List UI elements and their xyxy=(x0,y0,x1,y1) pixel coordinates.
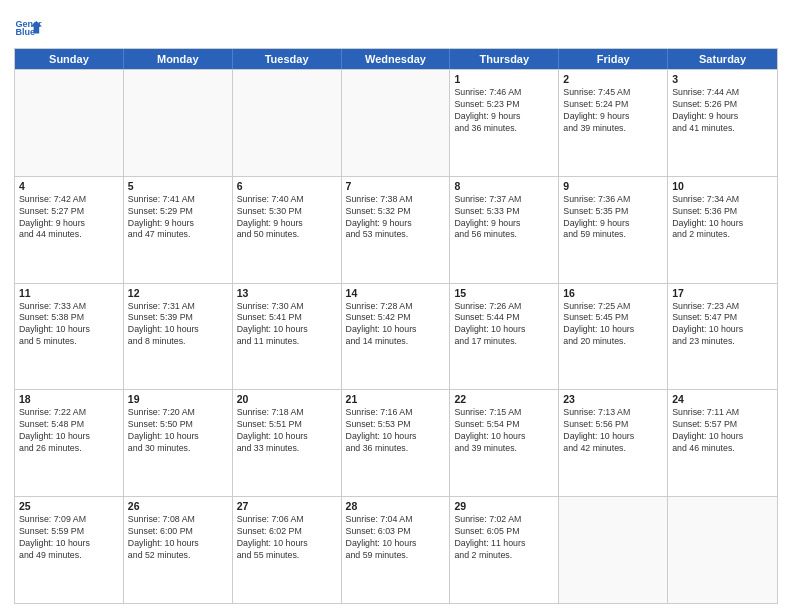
cal-cell xyxy=(124,70,233,176)
day-header-saturday: Saturday xyxy=(668,49,777,69)
cal-cell: 22Sunrise: 7:15 AMSunset: 5:54 PMDayligh… xyxy=(450,390,559,496)
cal-cell: 29Sunrise: 7:02 AMSunset: 6:05 PMDayligh… xyxy=(450,497,559,603)
cal-cell xyxy=(15,70,124,176)
day-number: 17 xyxy=(672,287,773,299)
logo: General Blue xyxy=(14,14,46,42)
cal-cell: 13Sunrise: 7:30 AMSunset: 5:41 PMDayligh… xyxy=(233,284,342,390)
calendar-row-1: 1Sunrise: 7:46 AMSunset: 5:23 PMDaylight… xyxy=(15,69,777,176)
calendar-row-2: 4Sunrise: 7:42 AMSunset: 5:27 PMDaylight… xyxy=(15,176,777,283)
cell-info: Sunrise: 7:20 AMSunset: 5:50 PMDaylight:… xyxy=(128,407,228,455)
cal-cell: 14Sunrise: 7:28 AMSunset: 5:42 PMDayligh… xyxy=(342,284,451,390)
calendar-row-3: 11Sunrise: 7:33 AMSunset: 5:38 PMDayligh… xyxy=(15,283,777,390)
cal-cell: 27Sunrise: 7:06 AMSunset: 6:02 PMDayligh… xyxy=(233,497,342,603)
cell-info: Sunrise: 7:45 AMSunset: 5:24 PMDaylight:… xyxy=(563,87,663,135)
calendar: SundayMondayTuesdayWednesdayThursdayFrid… xyxy=(14,48,778,604)
cal-cell: 16Sunrise: 7:25 AMSunset: 5:45 PMDayligh… xyxy=(559,284,668,390)
cal-cell xyxy=(668,497,777,603)
day-number: 3 xyxy=(672,73,773,85)
cal-cell: 26Sunrise: 7:08 AMSunset: 6:00 PMDayligh… xyxy=(124,497,233,603)
cell-info: Sunrise: 7:46 AMSunset: 5:23 PMDaylight:… xyxy=(454,87,554,135)
cell-info: Sunrise: 7:26 AMSunset: 5:44 PMDaylight:… xyxy=(454,301,554,349)
cell-info: Sunrise: 7:15 AMSunset: 5:54 PMDaylight:… xyxy=(454,407,554,455)
day-header-monday: Monday xyxy=(124,49,233,69)
day-number: 23 xyxy=(563,393,663,405)
day-number: 24 xyxy=(672,393,773,405)
day-number: 9 xyxy=(563,180,663,192)
cal-cell: 7Sunrise: 7:38 AMSunset: 5:32 PMDaylight… xyxy=(342,177,451,283)
cal-cell: 4Sunrise: 7:42 AMSunset: 5:27 PMDaylight… xyxy=(15,177,124,283)
day-number: 28 xyxy=(346,500,446,512)
cal-cell: 20Sunrise: 7:18 AMSunset: 5:51 PMDayligh… xyxy=(233,390,342,496)
cell-info: Sunrise: 7:37 AMSunset: 5:33 PMDaylight:… xyxy=(454,194,554,242)
day-number: 13 xyxy=(237,287,337,299)
cal-cell: 25Sunrise: 7:09 AMSunset: 5:59 PMDayligh… xyxy=(15,497,124,603)
cell-info: Sunrise: 7:18 AMSunset: 5:51 PMDaylight:… xyxy=(237,407,337,455)
day-number: 4 xyxy=(19,180,119,192)
cal-cell xyxy=(559,497,668,603)
logo-icon: General Blue xyxy=(14,14,42,42)
cell-info: Sunrise: 7:11 AMSunset: 5:57 PMDaylight:… xyxy=(672,407,773,455)
calendar-header: SundayMondayTuesdayWednesdayThursdayFrid… xyxy=(15,49,777,69)
day-number: 1 xyxy=(454,73,554,85)
cell-info: Sunrise: 7:41 AMSunset: 5:29 PMDaylight:… xyxy=(128,194,228,242)
cal-cell: 3Sunrise: 7:44 AMSunset: 5:26 PMDaylight… xyxy=(668,70,777,176)
cal-cell xyxy=(233,70,342,176)
cell-info: Sunrise: 7:16 AMSunset: 5:53 PMDaylight:… xyxy=(346,407,446,455)
cal-cell: 11Sunrise: 7:33 AMSunset: 5:38 PMDayligh… xyxy=(15,284,124,390)
cal-cell: 6Sunrise: 7:40 AMSunset: 5:30 PMDaylight… xyxy=(233,177,342,283)
day-number: 7 xyxy=(346,180,446,192)
cell-info: Sunrise: 7:34 AMSunset: 5:36 PMDaylight:… xyxy=(672,194,773,242)
cal-cell: 8Sunrise: 7:37 AMSunset: 5:33 PMDaylight… xyxy=(450,177,559,283)
cell-info: Sunrise: 7:38 AMSunset: 5:32 PMDaylight:… xyxy=(346,194,446,242)
calendar-body: 1Sunrise: 7:46 AMSunset: 5:23 PMDaylight… xyxy=(15,69,777,603)
day-number: 21 xyxy=(346,393,446,405)
cell-info: Sunrise: 7:13 AMSunset: 5:56 PMDaylight:… xyxy=(563,407,663,455)
day-number: 19 xyxy=(128,393,228,405)
day-header-wednesday: Wednesday xyxy=(342,49,451,69)
day-number: 8 xyxy=(454,180,554,192)
cal-cell: 17Sunrise: 7:23 AMSunset: 5:47 PMDayligh… xyxy=(668,284,777,390)
day-header-sunday: Sunday xyxy=(15,49,124,69)
day-header-tuesday: Tuesday xyxy=(233,49,342,69)
cell-info: Sunrise: 7:06 AMSunset: 6:02 PMDaylight:… xyxy=(237,514,337,562)
cell-info: Sunrise: 7:44 AMSunset: 5:26 PMDaylight:… xyxy=(672,87,773,135)
cell-info: Sunrise: 7:30 AMSunset: 5:41 PMDaylight:… xyxy=(237,301,337,349)
cell-info: Sunrise: 7:25 AMSunset: 5:45 PMDaylight:… xyxy=(563,301,663,349)
cal-cell: 21Sunrise: 7:16 AMSunset: 5:53 PMDayligh… xyxy=(342,390,451,496)
day-number: 12 xyxy=(128,287,228,299)
day-number: 29 xyxy=(454,500,554,512)
day-number: 16 xyxy=(563,287,663,299)
cell-info: Sunrise: 7:28 AMSunset: 5:42 PMDaylight:… xyxy=(346,301,446,349)
cell-info: Sunrise: 7:08 AMSunset: 6:00 PMDaylight:… xyxy=(128,514,228,562)
cell-info: Sunrise: 7:22 AMSunset: 5:48 PMDaylight:… xyxy=(19,407,119,455)
cell-info: Sunrise: 7:31 AMSunset: 5:39 PMDaylight:… xyxy=(128,301,228,349)
cell-info: Sunrise: 7:42 AMSunset: 5:27 PMDaylight:… xyxy=(19,194,119,242)
day-number: 27 xyxy=(237,500,337,512)
cal-cell: 19Sunrise: 7:20 AMSunset: 5:50 PMDayligh… xyxy=(124,390,233,496)
cal-cell: 5Sunrise: 7:41 AMSunset: 5:29 PMDaylight… xyxy=(124,177,233,283)
day-number: 20 xyxy=(237,393,337,405)
svg-text:Blue: Blue xyxy=(15,27,35,37)
cell-info: Sunrise: 7:09 AMSunset: 5:59 PMDaylight:… xyxy=(19,514,119,562)
page: General Blue SundayMondayTuesdayWednesda… xyxy=(0,0,792,612)
day-header-thursday: Thursday xyxy=(450,49,559,69)
cell-info: Sunrise: 7:04 AMSunset: 6:03 PMDaylight:… xyxy=(346,514,446,562)
cal-cell: 15Sunrise: 7:26 AMSunset: 5:44 PMDayligh… xyxy=(450,284,559,390)
day-number: 10 xyxy=(672,180,773,192)
header: General Blue xyxy=(14,10,778,42)
day-number: 25 xyxy=(19,500,119,512)
day-number: 5 xyxy=(128,180,228,192)
cal-cell: 28Sunrise: 7:04 AMSunset: 6:03 PMDayligh… xyxy=(342,497,451,603)
day-number: 15 xyxy=(454,287,554,299)
cell-info: Sunrise: 7:40 AMSunset: 5:30 PMDaylight:… xyxy=(237,194,337,242)
day-number: 26 xyxy=(128,500,228,512)
day-number: 11 xyxy=(19,287,119,299)
day-number: 18 xyxy=(19,393,119,405)
cell-info: Sunrise: 7:02 AMSunset: 6:05 PMDaylight:… xyxy=(454,514,554,562)
cal-cell: 18Sunrise: 7:22 AMSunset: 5:48 PMDayligh… xyxy=(15,390,124,496)
day-number: 2 xyxy=(563,73,663,85)
day-number: 22 xyxy=(454,393,554,405)
day-number: 6 xyxy=(237,180,337,192)
cal-cell: 9Sunrise: 7:36 AMSunset: 5:35 PMDaylight… xyxy=(559,177,668,283)
cell-info: Sunrise: 7:36 AMSunset: 5:35 PMDaylight:… xyxy=(563,194,663,242)
